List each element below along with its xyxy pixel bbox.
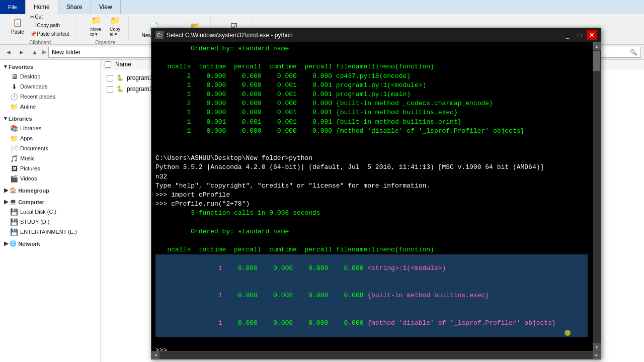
sidebar-item-pictures[interactable]: 🖼 Pictures [0, 163, 100, 173]
minimize-button[interactable]: _ [562, 30, 573, 40]
homegroup-expand-icon: ▶ [4, 187, 8, 194]
cmd-line-row1-5: 1 0.001 0.001 0.001 0.001 {built-in meth… [155, 118, 588, 127]
tab-share[interactable]: Share [58, 0, 91, 14]
sidebar: ▾ Favorites 🖥 Desktop ⬇ Downloads 🕐 Rece… [0, 60, 101, 362]
paste-shortcut-button[interactable]: 📌 Paste shortcut [28, 30, 71, 38]
paste-icon: 📋 [12, 17, 24, 29]
copy-path-button[interactable]: 📄 Copy path [28, 22, 71, 29]
favorites-section: ▾ Favorites 🖥 Desktop ⬇ Downloads 🕐 Rece… [0, 62, 100, 112]
cmd-controls: _ □ ✕ [562, 30, 597, 40]
cmd-scrollbar[interactable]: ▲ ▼ [593, 42, 601, 351]
scrollbar-track[interactable] [593, 50, 601, 343]
file-checkbox-2[interactable] [107, 86, 113, 93]
cmd-line-row2-0: 1 0.000 0.000 0.000 0.000 <string>:1(<mo… [155, 254, 588, 282]
libraries-header[interactable]: ▾ Libraries [0, 114, 100, 123]
move-to-button[interactable]: 📁 Moveto ▾ [88, 13, 104, 38]
select-all-checkbox[interactable] [105, 61, 111, 68]
apps-icon: 📁 [10, 134, 18, 142]
scroll-up-button[interactable]: ▲ [593, 42, 601, 50]
name-column-header: Name [115, 61, 131, 68]
anime-icon: 📁 [10, 103, 18, 111]
cmd-line-version: Python 3.5.2 |Anaconda 4.2.0 (64-bit)| (… [155, 163, 588, 172]
file-icon-1: 🐍 [116, 74, 124, 81]
cmd-line-spacer3 [155, 145, 588, 154]
homegroup-icon: 🏠 [10, 187, 17, 194]
cut-icon: ✂ [30, 14, 34, 20]
cmd-line-row1-3: 2 0.000 0.000 0.000 0.000 {built-in meth… [155, 99, 588, 108]
cut-button[interactable]: ✂ Cut [28, 13, 71, 21]
hscroll-right-button[interactable]: ► [593, 351, 601, 359]
file-name-1: program1 [127, 74, 152, 81]
row2-2-vals: 0.000 0.000 0.000 0.000 [222, 319, 368, 327]
tab-file[interactable]: File [0, 0, 26, 14]
copy-icon: 📁 [109, 14, 121, 26]
scrollbar-thumb[interactable] [593, 51, 600, 71]
computer-section: ▶ 💻 Computer 💾 Local Disk (C:) 💾 STUDY (… [0, 197, 100, 237]
network-section: ▶ 🌐 Network [0, 239, 100, 248]
network-header[interactable]: ▶ 🌐 Network [0, 239, 100, 248]
libraries-section: ▾ Libraries 📚 Libraries 📁 Apps 📄 Documen… [0, 114, 100, 184]
cmd-body[interactable]: Ordered by: standard name ncalls tottime… [151, 42, 601, 351]
cmd-title-text: Select C:\Windows\system32\cmd.exe - pyt… [167, 32, 293, 39]
organize-group: 📁 Moveto ▾ 📁 Copyto ▾ Organize [83, 17, 129, 42]
row2-2-fn: {method 'disable' of '_lsprof.Profiler' … [367, 319, 555, 327]
sidebar-item-downloads[interactable]: ⬇ Downloads [0, 81, 100, 92]
file-checkbox-1[interactable] [107, 75, 113, 81]
local-disk-icon: 💾 [10, 208, 18, 216]
maximize-button[interactable]: □ [575, 30, 585, 40]
cmd-window: C: Select C:\Windows\system32\cmd.exe - … [151, 28, 601, 359]
cmd-title-left: C: Select C:\Windows\system32\cmd.exe - … [155, 31, 293, 39]
hscroll-track[interactable] [159, 351, 593, 359]
computer-header[interactable]: ▶ 💻 Computer [0, 197, 100, 207]
cmd-line-calls: 3 function calls in 0.008 seconds [155, 209, 588, 218]
cmd-line-row1-1: 1 0.000 0.000 0.001 0.001 program1.py:1(… [155, 81, 588, 90]
entertainment-disk-icon: 💾 [10, 228, 18, 236]
file-icon-2: 🐍 [116, 85, 124, 93]
row2-0-fn: <string>:1(<module>) [367, 264, 446, 272]
sidebar-item-desktop[interactable]: 🖥 Desktop [0, 71, 100, 81]
sidebar-item-documents[interactable]: 📄 Documents [0, 143, 100, 153]
sidebar-item-recent[interactable]: 🕐 Recent places [0, 92, 100, 102]
cmd-line-import: >>> import cProfile [155, 191, 588, 200]
file-name-2: program1 [127, 85, 152, 93]
cmd-line-ordered1: Ordered by: standard name [155, 44, 588, 53]
tab-home[interactable]: Home [26, 0, 58, 14]
copy-to-button[interactable]: 📁 Copyto ▾ [107, 13, 123, 38]
row2-0-num: 1 [187, 264, 222, 272]
sidebar-item-music[interactable]: 🎵 Music [0, 153, 100, 163]
copy-path-icon: 📄 [30, 23, 36, 28]
sidebar-item-local-disk[interactable]: 💾 Local Disk (C:) [0, 207, 100, 217]
ribbon-tabs: File Home Share View [0, 0, 644, 14]
sidebar-item-videos[interactable]: 🎬 Videos [0, 173, 100, 184]
computer-icon: 💻 [10, 199, 17, 205]
study-disk-icon: 💾 [10, 218, 18, 226]
network-icon: 🌐 [10, 240, 17, 247]
downloads-icon: ⬇ [10, 82, 18, 90]
sidebar-item-study[interactable]: 💾 STUDY (D:) [0, 217, 100, 227]
paste-button[interactable]: 📋 Paste [9, 16, 26, 36]
cmd-line-spacer6 [155, 337, 588, 346]
sidebar-item-apps[interactable]: 📁 Apps [0, 133, 100, 143]
homegroup-header[interactable]: ▶ 🏠 Homegroup [0, 186, 100, 195]
hscroll-left-button[interactable]: ◄ [151, 351, 159, 359]
search-icon: 🔍 [630, 49, 637, 56]
cmd-line-header1: ncalls tottime percall cumtime percall f… [155, 62, 588, 71]
sidebar-item-entertainment[interactable]: 💾 ENTERTAINMENT (E:) [0, 227, 100, 237]
back-button[interactable]: ◄ [3, 47, 14, 58]
cmd-line-row1-2: 1 0.000 0.000 0.001 0.001 program1.py:1(… [155, 90, 588, 99]
cmd-line-row1-4: 1 0.000 0.000 0.001 0.001 {built-in meth… [155, 108, 588, 117]
pictures-icon: 🖼 [10, 164, 18, 172]
row2-1-num: 1 [187, 292, 222, 299]
close-button[interactable]: ✕ [587, 30, 597, 40]
up-button[interactable]: ▲ [29, 47, 40, 58]
cmd-line-spacer1 [155, 53, 588, 62]
forward-button[interactable]: ► [16, 47, 27, 58]
scroll-down-button[interactable]: ▼ [593, 343, 601, 351]
cmd-line-help: Type "help", "copyright", "credits" or "… [155, 182, 588, 191]
favorites-header[interactable]: ▾ Favorites [0, 62, 100, 71]
row2-1-vals: 0.008 0.008 0.008 0.008 [222, 292, 368, 299]
tab-view[interactable]: View [91, 0, 121, 14]
sidebar-item-libraries[interactable]: 📚 Libraries [0, 123, 100, 133]
sidebar-item-anime[interactable]: 📁 Anime [0, 102, 100, 112]
cmd-hscrollbar[interactable]: ◄ ► [151, 351, 601, 359]
